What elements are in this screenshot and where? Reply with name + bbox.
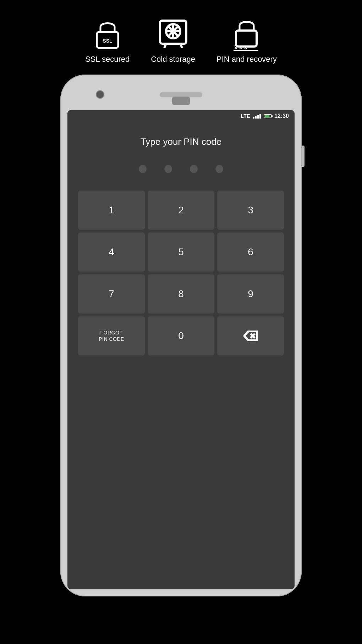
keypad-0[interactable]: 0 xyxy=(148,316,214,355)
feature-pin-recovery: × × × PIN and recovery xyxy=(216,18,277,64)
pin-recovery-label: PIN and recovery xyxy=(216,55,277,64)
keypad-1[interactable]: 1 xyxy=(78,191,145,230)
signal-indicator xyxy=(253,114,261,119)
phone-camera xyxy=(96,90,104,99)
cold-storage-label: Cold storage xyxy=(151,55,195,64)
signal-bar-2 xyxy=(255,116,257,119)
phone-mockup: LTE 12:30 Type your PIN code xyxy=(60,75,302,596)
pin-dot-3 xyxy=(190,165,198,173)
keypad-3[interactable]: 3 xyxy=(217,191,284,230)
pin-dot-2 xyxy=(164,165,172,173)
ssl-icon: SSL xyxy=(92,18,124,50)
battery-indicator xyxy=(264,114,272,118)
pin-dot-1 xyxy=(139,165,147,173)
keypad-2[interactable]: 2 xyxy=(148,191,214,230)
phone-home-button[interactable] xyxy=(172,97,190,105)
keypad-7[interactable]: 7 xyxy=(78,274,145,313)
screen-content: Type your PIN code 1 2 3 4 5 6 7 8 9 FOR… xyxy=(67,122,295,589)
pin-dot-4 xyxy=(215,165,223,173)
battery-fill xyxy=(265,115,269,117)
signal-bar-4 xyxy=(259,114,261,119)
feature-ssl: SSL SSL secured xyxy=(85,18,130,64)
signal-bar-1 xyxy=(253,117,254,119)
keypad: 1 2 3 4 5 6 7 8 9 FORGOTPIN CODE 0 xyxy=(78,191,284,355)
keypad-backspace[interactable] xyxy=(217,316,284,355)
cold-storage-icon xyxy=(157,18,189,50)
phone-screen: LTE 12:30 Type your PIN code xyxy=(67,110,295,589)
keypad-9[interactable]: 9 xyxy=(217,274,284,313)
pin-recovery-icon: × × × xyxy=(231,18,263,50)
svg-text:SSL: SSL xyxy=(103,38,113,44)
keypad-4[interactable]: 4 xyxy=(78,233,145,272)
svg-rect-10 xyxy=(236,31,257,47)
status-bar: LTE 12:30 xyxy=(67,110,295,122)
status-time: 12:30 xyxy=(274,113,289,119)
keypad-8[interactable]: 8 xyxy=(148,274,214,313)
features-section: SSL SSL secured Cold storage xyxy=(0,18,362,64)
feature-cold-storage: Cold storage xyxy=(151,18,195,64)
keypad-forgot-pin[interactable]: FORGOTPIN CODE xyxy=(78,316,145,355)
keypad-5[interactable]: 5 xyxy=(148,233,214,272)
keypad-6[interactable]: 6 xyxy=(217,233,284,272)
pin-dots-container xyxy=(139,165,223,173)
lte-indicator: LTE xyxy=(241,113,250,119)
phone-top-bar xyxy=(67,82,295,110)
ssl-label: SSL secured xyxy=(85,55,130,64)
svg-text:× × ×: × × × xyxy=(234,45,247,51)
phone-volume-button xyxy=(302,146,305,167)
pin-title: Type your PIN code xyxy=(141,136,221,147)
signal-bar-3 xyxy=(257,115,259,119)
